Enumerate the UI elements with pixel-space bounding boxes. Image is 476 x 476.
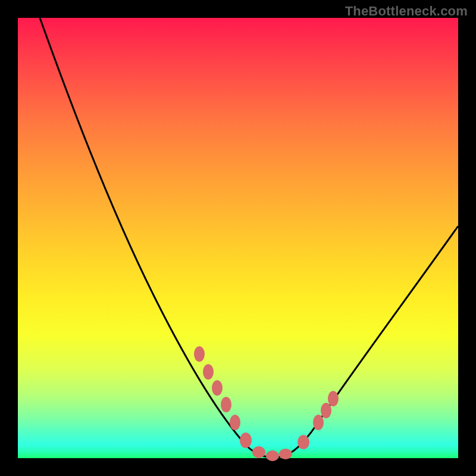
chart-svg [18,18,458,458]
marker-dot [279,449,292,459]
marker-dot [194,346,205,362]
marker-dot [203,364,214,380]
chart-frame: TheBottleneck.com [0,0,476,476]
marker-dot [266,450,279,461]
marker-dot [328,391,339,406]
watermark-text: TheBottleneck.com [345,4,468,19]
marker-dot [321,403,331,418]
marker-dot [240,433,252,448]
marker-dot [252,446,265,458]
bottleneck-curve [40,18,458,458]
marker-dot [230,415,240,430]
marker-dot [298,435,309,449]
marker-dot [212,380,223,396]
marker-dot [313,415,324,430]
marker-dot [221,397,231,412]
